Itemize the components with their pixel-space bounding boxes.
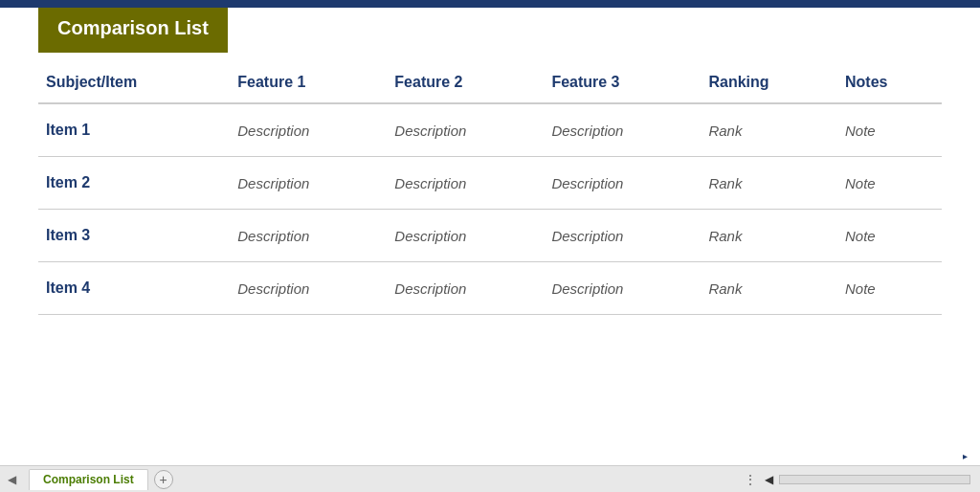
horizontal-scrollbar[interactable] <box>779 475 970 484</box>
row-2-col-5: Note <box>837 157 942 210</box>
row-2-col-3: Description <box>544 157 701 210</box>
row-1-col-0: Item 1 <box>38 103 230 157</box>
title-area: Comparison List <box>38 8 228 53</box>
row-4-col-3: Description <box>544 262 701 315</box>
table-header-row: Subject/Item Feature 1 Feature 2 Feature… <box>38 62 942 103</box>
row-1-col-4: Rank <box>701 103 837 157</box>
row-1-col-1: Description <box>230 103 387 157</box>
row-2-col-1: Description <box>230 157 387 210</box>
sheet-tab[interactable]: Comparison List <box>29 469 148 490</box>
row-4-col-4: Rank <box>701 262 837 315</box>
scroll-left-arrow[interactable]: ◀ <box>765 473 773 486</box>
col-header-feature1: Feature 1 <box>230 62 387 103</box>
table-row: Item 3DescriptionDescriptionDescriptionR… <box>38 210 942 262</box>
add-sheet-button[interactable]: + <box>154 470 173 489</box>
bottom-right-controls: ⋮ ◀ <box>744 472 980 487</box>
row-2-col-0: Item 2 <box>38 157 230 210</box>
sheet-tab-label: Comparison List <box>43 473 134 486</box>
row-2-col-4: Rank <box>701 157 837 210</box>
main-content: Subject/Item Feature 1 Feature 2 Feature… <box>0 62 980 315</box>
row-2-col-2: Description <box>387 157 544 210</box>
table-row: Item 4DescriptionDescriptionDescriptionR… <box>38 262 942 315</box>
col-header-ranking: Ranking <box>701 62 837 103</box>
row-3-col-5: Note <box>837 210 942 262</box>
row-4-col-2: Description <box>387 262 544 315</box>
page-title: Comparison List <box>57 17 209 38</box>
row-4-col-0: Item 4 <box>38 262 230 315</box>
top-bar <box>0 0 980 8</box>
comparison-table: Subject/Item Feature 1 Feature 2 Feature… <box>38 62 942 315</box>
row-3-col-1: Description <box>230 210 387 262</box>
row-3-col-3: Description <box>544 210 701 262</box>
row-3-col-2: Description <box>387 210 544 262</box>
table-row: Item 1DescriptionDescriptionDescriptionR… <box>38 103 942 157</box>
left-nav-arrow: ◀ <box>8 473 16 486</box>
row-3-col-0: Item 3 <box>38 210 230 262</box>
col-header-feature2: Feature 2 <box>387 62 544 103</box>
row-3-col-4: Rank <box>701 210 837 262</box>
row-1-col-5: Note <box>837 103 942 157</box>
col-header-notes: Notes <box>837 62 942 103</box>
col-header-subject: Subject/Item <box>38 62 230 103</box>
table-row: Item 2DescriptionDescriptionDescriptionR… <box>38 157 942 210</box>
row-4-col-1: Description <box>230 262 387 315</box>
row-1-col-3: Description <box>544 103 701 157</box>
nav-dots-icon: ⋮ <box>744 472 759 487</box>
resize-handle[interactable]: ▸ <box>963 451 970 458</box>
bottom-bar: ◀ Comparison List + ⋮ ◀ <box>0 465 980 492</box>
row-1-col-2: Description <box>387 103 544 157</box>
row-4-col-5: Note <box>837 262 942 315</box>
col-header-feature3: Feature 3 <box>544 62 701 103</box>
